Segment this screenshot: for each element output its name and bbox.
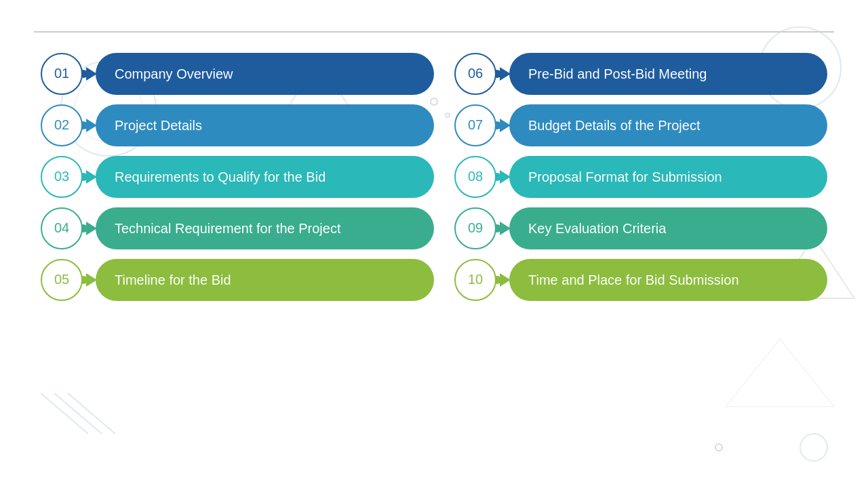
item-number: 05	[54, 272, 69, 287]
item-number-circle: 07	[454, 104, 496, 146]
item-label: Budget Details of the Project	[509, 104, 827, 146]
item-number-circle: 04	[41, 207, 83, 249]
svg-marker-5	[726, 339, 834, 407]
left-column: 01 Company Overview 02 Project Details 0…	[41, 53, 434, 301]
item-number: 07	[468, 117, 483, 133]
page-header	[0, 0, 868, 22]
item-number-circle: 09	[454, 207, 496, 249]
item-number-circle: 06	[454, 53, 496, 95]
item-number-circle: 01	[41, 53, 83, 95]
toc-item-07: 07 Budget Details of the Project	[454, 104, 827, 146]
content-grid: 01 Company Overview 02 Project Details 0…	[0, 33, 868, 301]
item-label: Pre-Bid and Post-Bid Meeting	[509, 53, 827, 95]
item-label: Project Details	[96, 104, 434, 146]
item-label: Key Evaluation Criteria	[509, 207, 827, 249]
item-number-circle: 08	[454, 156, 496, 198]
item-number: 06	[468, 66, 483, 81]
item-number-circle: 10	[454, 259, 496, 301]
item-number: 10	[468, 272, 483, 287]
item-number-circle: 02	[41, 104, 83, 146]
item-number: 02	[54, 117, 69, 133]
toc-item-09: 09 Key Evaluation Criteria	[454, 207, 827, 249]
item-label: Requirements to Qualify for the Bid	[96, 156, 434, 198]
toc-item-10: 10 Time and Place for Bid Submission	[454, 259, 827, 301]
svg-line-7	[54, 393, 102, 434]
toc-item-01: 01 Company Overview	[41, 53, 434, 95]
right-column: 06 Pre-Bid and Post-Bid Meeting 07 Budge…	[434, 53, 827, 301]
toc-item-02: 02 Project Details	[41, 104, 434, 146]
item-number-circle: 03	[41, 156, 83, 198]
item-label: Timeline for the Bid	[96, 259, 434, 301]
svg-point-9	[800, 434, 827, 461]
item-number-circle: 05	[41, 259, 83, 301]
item-number: 01	[54, 66, 69, 81]
item-number: 08	[468, 169, 483, 184]
toc-item-04: 04 Technical Requirement for the Project	[41, 207, 434, 249]
svg-line-8	[68, 393, 115, 434]
item-label: Time and Place for Bid Submission	[509, 259, 827, 301]
toc-item-05: 05 Timeline for the Bid	[41, 259, 434, 301]
item-label: Proposal Format for Submission	[509, 156, 827, 198]
toc-item-08: 08 Proposal Format for Submission	[454, 156, 827, 198]
svg-line-6	[41, 393, 88, 434]
item-label: Company Overview	[96, 53, 434, 95]
toc-item-03: 03 Requirements to Qualify for the Bid	[41, 156, 434, 198]
item-number: 09	[468, 220, 483, 236]
item-number: 03	[54, 169, 69, 184]
item-label: Technical Requirement for the Project	[96, 207, 434, 249]
toc-item-06: 06 Pre-Bid and Post-Bid Meeting	[454, 53, 827, 95]
item-number: 04	[54, 220, 69, 236]
svg-point-12	[715, 444, 722, 451]
